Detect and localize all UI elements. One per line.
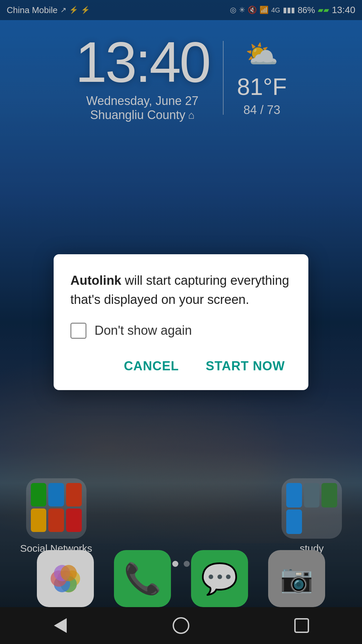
- dialog-buttons: CANCEL START NOW: [70, 356, 292, 377]
- permission-dialog: Autolink will start capturing everything…: [54, 254, 308, 390]
- cancel-button[interactable]: CANCEL: [117, 356, 185, 377]
- checkbox-label: Don't show again: [95, 323, 192, 338]
- dialog-overlay: Autolink will start capturing everything…: [0, 0, 362, 644]
- checkbox-row: Don't show again: [70, 323, 292, 339]
- dialog-app-name: Autolink: [70, 273, 121, 287]
- dont-show-checkbox[interactable]: [70, 323, 86, 339]
- dialog-message: Autolink will start capturing everything…: [70, 271, 292, 309]
- start-now-button[interactable]: START NOW: [199, 356, 292, 377]
